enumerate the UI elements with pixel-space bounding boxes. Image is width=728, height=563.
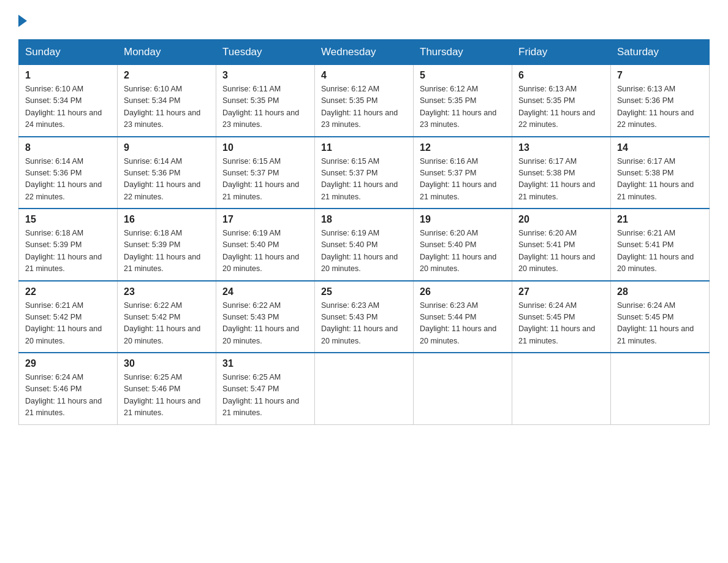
calendar-cell: 23 Sunrise: 6:22 AMSunset: 5:42 PMDaylig… xyxy=(118,281,216,353)
calendar-cell: 16 Sunrise: 6:18 AMSunset: 5:39 PMDaylig… xyxy=(118,209,216,281)
calendar-cell: 2 Sunrise: 6:10 AMSunset: 5:34 PMDayligh… xyxy=(118,65,216,137)
calendar-cell xyxy=(611,353,710,424)
calendar-cell: 9 Sunrise: 6:14 AMSunset: 5:36 PMDayligh… xyxy=(118,137,216,209)
day-number: 9 xyxy=(124,142,210,153)
day-info: Sunrise: 6:17 AMSunset: 5:38 PMDaylight:… xyxy=(617,157,694,201)
week-row-2: 8 Sunrise: 6:14 AMSunset: 5:36 PMDayligh… xyxy=(19,137,710,209)
calendar-cell: 24 Sunrise: 6:22 AMSunset: 5:43 PMDaylig… xyxy=(216,281,315,353)
day-info: Sunrise: 6:14 AMSunset: 5:36 PMDaylight:… xyxy=(124,157,200,201)
day-info: Sunrise: 6:24 AMSunset: 5:45 PMDaylight:… xyxy=(518,301,595,345)
day-number: 4 xyxy=(321,70,407,81)
day-number: 8 xyxy=(25,142,111,153)
calendar-header-saturday: Saturday xyxy=(611,40,710,65)
calendar-header-row: SundayMondayTuesdayWednesdayThursdayFrid… xyxy=(19,40,710,65)
day-number: 14 xyxy=(617,142,703,153)
day-number: 16 xyxy=(124,214,210,225)
day-info: Sunrise: 6:20 AMSunset: 5:41 PMDaylight:… xyxy=(518,229,595,273)
day-number: 11 xyxy=(321,142,407,153)
calendar-cell: 22 Sunrise: 6:21 AMSunset: 5:42 PMDaylig… xyxy=(19,281,118,353)
calendar-cell: 6 Sunrise: 6:13 AMSunset: 5:35 PMDayligh… xyxy=(512,65,611,137)
day-number: 27 xyxy=(518,286,604,297)
calendar-cell: 8 Sunrise: 6:14 AMSunset: 5:36 PMDayligh… xyxy=(19,137,118,209)
day-info: Sunrise: 6:21 AMSunset: 5:42 PMDaylight:… xyxy=(25,301,102,345)
day-info: Sunrise: 6:23 AMSunset: 5:44 PMDaylight:… xyxy=(420,301,496,345)
calendar-cell: 7 Sunrise: 6:13 AMSunset: 5:36 PMDayligh… xyxy=(611,65,710,137)
day-info: Sunrise: 6:16 AMSunset: 5:37 PMDaylight:… xyxy=(420,157,496,201)
day-info: Sunrise: 6:10 AMSunset: 5:34 PMDaylight:… xyxy=(25,85,102,129)
day-info: Sunrise: 6:24 AMSunset: 5:45 PMDaylight:… xyxy=(617,301,694,345)
day-number: 6 xyxy=(518,70,604,81)
day-number: 23 xyxy=(124,286,210,297)
day-number: 3 xyxy=(222,70,308,81)
logo xyxy=(18,12,27,27)
day-number: 21 xyxy=(617,214,703,225)
day-number: 29 xyxy=(25,358,111,369)
day-info: Sunrise: 6:22 AMSunset: 5:42 PMDaylight:… xyxy=(124,301,200,345)
calendar-header-sunday: Sunday xyxy=(19,40,118,65)
day-number: 31 xyxy=(222,358,308,369)
day-number: 1 xyxy=(25,70,111,81)
week-row-3: 15 Sunrise: 6:18 AMSunset: 5:39 PMDaylig… xyxy=(19,209,710,281)
calendar-cell: 21 Sunrise: 6:21 AMSunset: 5:41 PMDaylig… xyxy=(611,209,710,281)
calendar-cell: 10 Sunrise: 6:15 AMSunset: 5:37 PMDaylig… xyxy=(216,137,315,209)
day-number: 20 xyxy=(518,214,604,225)
day-number: 12 xyxy=(420,142,506,153)
day-info: Sunrise: 6:12 AMSunset: 5:35 PMDaylight:… xyxy=(420,85,496,129)
day-info: Sunrise: 6:14 AMSunset: 5:36 PMDaylight:… xyxy=(25,157,102,201)
day-number: 24 xyxy=(222,286,308,297)
calendar-cell: 13 Sunrise: 6:17 AMSunset: 5:38 PMDaylig… xyxy=(512,137,611,209)
day-number: 7 xyxy=(617,70,703,81)
week-row-1: 1 Sunrise: 6:10 AMSunset: 5:34 PMDayligh… xyxy=(19,65,710,137)
logo-arrow-icon xyxy=(18,15,27,27)
day-info: Sunrise: 6:21 AMSunset: 5:41 PMDaylight:… xyxy=(617,229,694,273)
day-number: 15 xyxy=(25,214,111,225)
day-info: Sunrise: 6:19 AMSunset: 5:40 PMDaylight:… xyxy=(222,229,299,273)
calendar-cell xyxy=(512,353,611,424)
day-info: Sunrise: 6:25 AMSunset: 5:46 PMDaylight:… xyxy=(124,373,200,417)
day-number: 17 xyxy=(222,214,308,225)
day-info: Sunrise: 6:13 AMSunset: 5:36 PMDaylight:… xyxy=(617,85,694,129)
calendar-cell: 1 Sunrise: 6:10 AMSunset: 5:34 PMDayligh… xyxy=(19,65,118,137)
day-number: 19 xyxy=(420,214,506,225)
day-info: Sunrise: 6:19 AMSunset: 5:40 PMDaylight:… xyxy=(321,229,398,273)
day-info: Sunrise: 6:20 AMSunset: 5:40 PMDaylight:… xyxy=(420,229,496,273)
day-info: Sunrise: 6:11 AMSunset: 5:35 PMDaylight:… xyxy=(222,85,299,129)
day-number: 22 xyxy=(25,286,111,297)
calendar-header-thursday: Thursday xyxy=(414,40,512,65)
day-info: Sunrise: 6:18 AMSunset: 5:39 PMDaylight:… xyxy=(25,229,102,273)
day-info: Sunrise: 6:24 AMSunset: 5:46 PMDaylight:… xyxy=(25,373,102,417)
calendar-cell: 25 Sunrise: 6:23 AMSunset: 5:43 PMDaylig… xyxy=(315,281,414,353)
day-info: Sunrise: 6:15 AMSunset: 5:37 PMDaylight:… xyxy=(321,157,398,201)
calendar-cell: 20 Sunrise: 6:20 AMSunset: 5:41 PMDaylig… xyxy=(512,209,611,281)
day-number: 18 xyxy=(321,214,407,225)
day-info: Sunrise: 6:23 AMSunset: 5:43 PMDaylight:… xyxy=(321,301,398,345)
day-number: 25 xyxy=(321,286,407,297)
calendar-cell: 27 Sunrise: 6:24 AMSunset: 5:45 PMDaylig… xyxy=(512,281,611,353)
day-number: 26 xyxy=(420,286,506,297)
calendar-cell: 17 Sunrise: 6:19 AMSunset: 5:40 PMDaylig… xyxy=(216,209,315,281)
calendar-cell: 14 Sunrise: 6:17 AMSunset: 5:38 PMDaylig… xyxy=(611,137,710,209)
day-info: Sunrise: 6:17 AMSunset: 5:38 PMDaylight:… xyxy=(518,157,595,201)
calendar-cell: 28 Sunrise: 6:24 AMSunset: 5:45 PMDaylig… xyxy=(611,281,710,353)
day-info: Sunrise: 6:18 AMSunset: 5:39 PMDaylight:… xyxy=(124,229,200,273)
day-number: 28 xyxy=(617,286,703,297)
calendar-cell: 19 Sunrise: 6:20 AMSunset: 5:40 PMDaylig… xyxy=(414,209,512,281)
calendar-header-friday: Friday xyxy=(512,40,611,65)
day-info: Sunrise: 6:12 AMSunset: 5:35 PMDaylight:… xyxy=(321,85,398,129)
calendar-header-tuesday: Tuesday xyxy=(216,40,315,65)
day-info: Sunrise: 6:22 AMSunset: 5:43 PMDaylight:… xyxy=(222,301,299,345)
calendar-cell: 18 Sunrise: 6:19 AMSunset: 5:40 PMDaylig… xyxy=(315,209,414,281)
calendar-cell xyxy=(315,353,414,424)
calendar-table: SundayMondayTuesdayWednesdayThursdayFrid… xyxy=(18,39,710,425)
day-info: Sunrise: 6:10 AMSunset: 5:34 PMDaylight:… xyxy=(124,85,200,129)
day-number: 13 xyxy=(518,142,604,153)
calendar-cell: 30 Sunrise: 6:25 AMSunset: 5:46 PMDaylig… xyxy=(118,353,216,424)
day-info: Sunrise: 6:13 AMSunset: 5:35 PMDaylight:… xyxy=(518,85,595,129)
page-header xyxy=(18,12,710,27)
calendar-cell: 15 Sunrise: 6:18 AMSunset: 5:39 PMDaylig… xyxy=(19,209,118,281)
day-info: Sunrise: 6:15 AMSunset: 5:37 PMDaylight:… xyxy=(222,157,299,201)
calendar-cell: 11 Sunrise: 6:15 AMSunset: 5:37 PMDaylig… xyxy=(315,137,414,209)
day-number: 30 xyxy=(124,358,210,369)
calendar-header-monday: Monday xyxy=(118,40,216,65)
week-row-4: 22 Sunrise: 6:21 AMSunset: 5:42 PMDaylig… xyxy=(19,281,710,353)
